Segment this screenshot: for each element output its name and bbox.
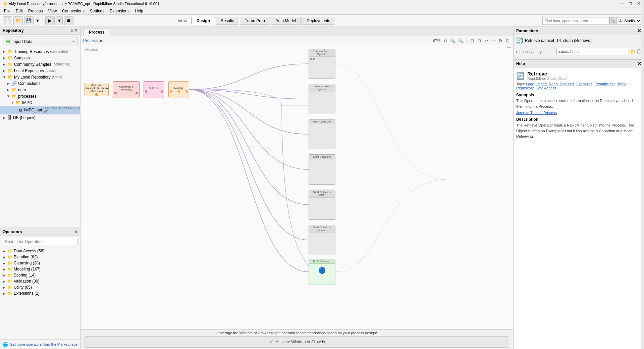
repo-processes[interactable]: ▼ 📂 processes <box>0 93 80 99</box>
menu-extensions[interactable]: Extensions <box>107 8 132 14</box>
view-deployments[interactable]: Deployments <box>302 17 335 25</box>
tutorial-process-link[interactable]: Jump to Tutorial Process <box>516 111 557 115</box>
arrow-icon: ▶ <box>3 261 7 265</box>
help-scrollbar[interactable] <box>641 68 644 349</box>
open-button[interactable]: 📂 <box>13 16 23 25</box>
parameters-close-icon[interactable]: ✕ <box>637 28 641 34</box>
zoom-actual-icon[interactable]: ⊙ <box>443 38 448 44</box>
repo-close-icon[interactable]: ✕ <box>74 28 77 33</box>
node-gbt-optimizer[interactable]: GBT Optimizer <box>309 119 335 149</box>
snap-icon[interactable]: ⊟ <box>476 38 482 44</box>
import-data-button[interactable]: ⊕ Import Data ≡ <box>3 37 77 46</box>
tutorial-link-row: Jump to Tutorial Process <box>516 110 641 115</box>
menu-file[interactable]: File <box>1 8 13 14</box>
param-input-repository[interactable] <box>556 48 629 55</box>
process-tab[interactable]: Process <box>83 28 110 36</box>
maximize-button[interactable]: □ <box>628 1 633 6</box>
expand-icon[interactable]: ⊡ <box>505 38 511 44</box>
repository-header: Repository ≡ ✕ <box>0 27 80 35</box>
repo-impc-opt[interactable]: ⚙ IMPC_opt (11/22/21 10:29 AM – 50 kB) <box>0 106 80 114</box>
operators-search-input[interactable] <box>3 238 77 245</box>
node-multiply[interactable]: Multiply <box>168 81 189 98</box>
ops-scoring[interactable]: ▶ 📁 Scoring (14) <box>0 272 80 278</box>
node-rf-optimizer[interactable]: Random Fore... Optimi... <box>309 49 335 79</box>
view-automodel[interactable]: Auto Model <box>271 17 301 25</box>
save-dropdown[interactable]: ▼ <box>35 16 40 25</box>
run-button[interactable]: ▶ <box>45 16 55 25</box>
tag-load[interactable]: Load <box>526 82 534 86</box>
node-setrole[interactable]: Set Role <box>144 81 164 98</box>
ops-utility[interactable]: ▶ 📁 Utility (85) <box>0 284 80 290</box>
repository-header-icons: ≡ ✕ <box>70 28 77 33</box>
stop-button[interactable]: ⏹ <box>64 16 73 25</box>
new-button[interactable]: 📄 <box>3 16 12 25</box>
ops-modeling[interactable]: ▶ 📁 Modeling (167) <box>0 266 80 272</box>
zoom-out-icon[interactable]: 🔍 <box>458 38 464 44</box>
activate-wisdom-button[interactable]: ✓ Activate Wisdom of Crowds <box>85 336 509 348</box>
process-canvas[interactable]: Process ⟺ Retrieve dataset_14_clean (Ret… <box>80 45 513 329</box>
node-svm-rbf-optimizer[interactable]: SVM Optimizer (RBF) <box>309 190 335 220</box>
node-retrieve[interactable]: Retrieve dataset_14_clean (Retrieve) <box>85 83 109 96</box>
studio-select[interactable]: All Studio <box>617 17 641 24</box>
save-button[interactable]: 💾 <box>24 16 34 25</box>
menu-help[interactable]: Help <box>132 8 146 14</box>
tag-import[interactable]: Import <box>536 82 547 86</box>
view-design[interactable]: Design <box>192 17 215 24</box>
redo-icon[interactable]: ↪ <box>490 38 496 44</box>
node-dt-optimizer[interactable]: Decision Tree Optimi... <box>309 84 335 114</box>
tag-read[interactable]: Read <box>549 82 557 86</box>
global-search-input[interactable] <box>542 17 609 24</box>
view-turboprep[interactable]: Turbo Prep <box>240 17 270 25</box>
process-tabbar: Process <box>80 27 513 36</box>
ops-blending[interactable]: ▶ 📁 Blending (82) <box>0 254 80 260</box>
repo-menu-icon[interactable]: ≡ <box>70 28 73 33</box>
settings-icon[interactable]: ⚙ <box>497 38 503 44</box>
repo-training-resources[interactable]: ▶ 📁 Training Resources (connected) <box>0 48 80 55</box>
menu-process[interactable]: Process <box>25 8 45 14</box>
node-svm-lin-optimizer[interactable]: SVM Optimizer (Linear... <box>309 225 335 255</box>
node-setrole-ports <box>145 90 163 93</box>
fit-page-icon[interactable]: ⊞ <box>469 38 475 44</box>
ops-extensions[interactable]: ▶ 📁 Extensions (2) <box>0 290 80 296</box>
param-folder-icon[interactable]: 📁 <box>630 49 636 54</box>
repo-local[interactable]: ▶ 📁 Local Repository (Local) <box>0 67 80 74</box>
get-operators-link[interactable]: 🌐 Get more operators from the Marketplac… <box>0 339 80 349</box>
titlebar-controls[interactable]: ─ □ ✕ <box>619 1 642 6</box>
help-close-icon[interactable]: ✕ <box>637 61 641 66</box>
tag-repository[interactable]: Repository <box>516 86 534 90</box>
ops-data-access[interactable]: ▶ 📁 Data Access (58) <box>0 248 80 254</box>
tag-data-access[interactable]: Data Access <box>536 86 556 90</box>
node-numerical[interactable]: Numerical & Polynomi... <box>113 81 140 98</box>
repo-community-samples[interactable]: ▶ 📁 Community Samples (connected) <box>0 61 80 67</box>
repo-connections[interactable]: ▶ 🔗 Connections <box>0 80 80 87</box>
minimize-button[interactable]: ─ <box>619 1 625 6</box>
menu-settings[interactable]: Settings <box>87 8 107 14</box>
repo-impc[interactable]: ▼ 📂 IMPC <box>0 99 80 106</box>
tag-table[interactable]: Table <box>618 82 626 86</box>
arrow-icon: ▶ <box>3 255 7 259</box>
node-knn-optimizer[interactable]: KNN Optimizer <box>309 154 335 185</box>
global-search-icon[interactable]: 🔍 <box>609 17 617 24</box>
view-results[interactable]: Results <box>216 17 239 25</box>
param-info-icon[interactable]: ⓘ <box>637 49 641 55</box>
ops-validation[interactable]: ▶ 📁 Validation (30) <box>0 278 80 284</box>
tag-datasets[interactable]: Datasets <box>560 82 574 86</box>
zoom-in-icon[interactable]: 🔍 <box>449 38 456 44</box>
tag-example-set[interactable]: Example Set <box>595 82 615 86</box>
input-port <box>170 90 172 93</box>
ops-cleansing[interactable]: ▶ 📁 Cleansing (28) <box>0 260 80 266</box>
breadcrumb-process[interactable]: Process <box>83 38 98 43</box>
menu-connections[interactable]: Connections <box>59 8 87 14</box>
menu-edit[interactable]: Edit <box>13 8 25 14</box>
repo-db-legacy[interactable]: ▶ 🗄 DB (Legacy) <box>0 114 80 121</box>
node-mlp-optimizer[interactable]: MLP Optimizer 🔵 <box>309 259 335 285</box>
operators-close-icon[interactable]: ✕ <box>74 230 77 234</box>
repo-samples[interactable]: ▶ 📁 Samples <box>0 55 80 61</box>
repo-my-local[interactable]: ▼ 📂 My Local Repository (Local) <box>0 74 80 80</box>
run-dropdown[interactable]: ▼ <box>56 16 63 25</box>
tag-examples[interactable]: Examples <box>576 82 592 86</box>
help-retrieve-icon: 🔄 <box>516 72 525 80</box>
menu-view[interactable]: View <box>45 8 59 14</box>
undo-icon[interactable]: ↩ <box>483 38 489 44</box>
repo-data[interactable]: ▶ 📁 data <box>0 87 80 93</box>
